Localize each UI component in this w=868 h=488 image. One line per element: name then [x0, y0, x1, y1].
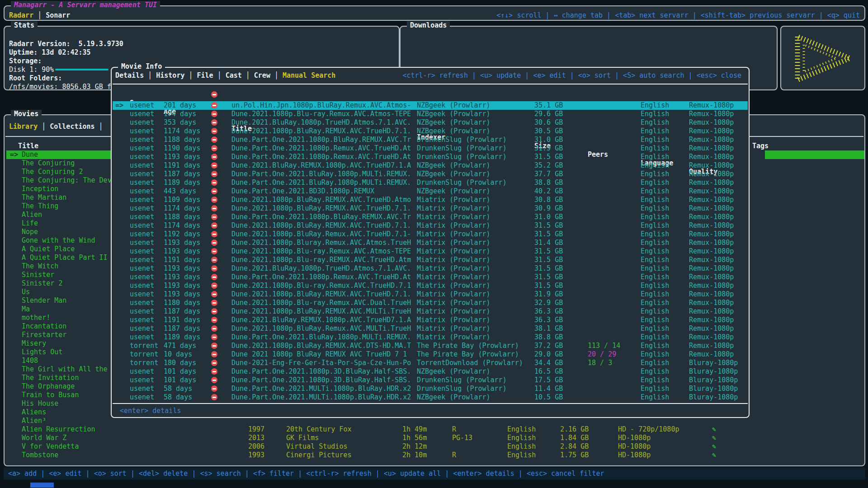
movie-list-item[interactable]: Slender Man — [6, 296, 112, 305]
tab-sonarr[interactable]: Sonarr — [46, 11, 70, 19]
result-size: 30.8 GB — [534, 196, 563, 204]
search-result-row[interactable]: usenet443 daysDune.Part.One.2021.BD3D.10… — [112, 187, 749, 196]
movie-table-row[interactable]: 1993Cinergi Pictures2h 10mREnglish1.75 G… — [5, 451, 864, 460]
tab-history[interactable]: History — [156, 71, 184, 80]
tab-crew[interactable]: Crew — [254, 71, 270, 80]
rejected-icon — [211, 351, 217, 357]
movie-list-item[interactable]: The Conjuring: The Dev — [6, 176, 112, 185]
search-result-row[interactable]: usenet1193 daysDune.2021.1080p.BluRay.RE… — [112, 290, 749, 299]
search-result-row[interactable]: torrent471 daysDune.2021.1080p.BluRay.RE… — [112, 342, 749, 350]
search-result-row[interactable]: usenet101 daysDune.Part.One.2021.1080p.3… — [112, 376, 749, 385]
movie-list-item[interactable]: Us — [6, 288, 112, 296]
tab-separator: │ — [144, 71, 156, 80]
search-result-row[interactable]: =>usenet201 daysun.Pol.Hin.Jpn.1080p.Blu… — [112, 101, 749, 110]
movie-list-item[interactable]: Alien — [6, 211, 112, 219]
movie-list-item[interactable]: mother! — [6, 314, 112, 322]
movie-list-item[interactable]: Train to Busan — [6, 391, 112, 399]
search-result-row[interactable]: usenet1191 daysDune.2021.BluRay.REMUX.10… — [112, 316, 749, 324]
rejected-icon — [211, 343, 217, 349]
movie-title: The Witch — [22, 262, 58, 271]
tab-details[interactable]: Details — [115, 71, 144, 80]
search-result-row[interactable]: usenet101 daysDune.Part.One.2021.1080p.3… — [112, 367, 749, 376]
movie-list-item[interactable]: The Thing — [6, 202, 112, 211]
search-result-row[interactable]: usenet1188 daysDune.Part.One.2021.1080p.… — [112, 213, 749, 221]
tab-cast[interactable]: Cast — [226, 71, 242, 80]
search-result-row[interactable]: usenet1188 daysDune.Part.One.2021.1080p.… — [112, 136, 749, 144]
search-result-row[interactable]: usenet1193 daysDune.2021.BluRay.1080p.Tr… — [112, 264, 749, 273]
movie-info-modal: Movie Info Details│History│File│Cast│Cre… — [111, 67, 750, 418]
movie-table-row[interactable]: 2013GK Films1h 56mPG-13English1.84 GBHD-… — [5, 434, 864, 442]
result-language: English — [641, 187, 669, 196]
tab-file[interactable]: File — [197, 71, 213, 80]
result-age: 1174 days — [164, 204, 200, 213]
result-quality: Bluray-1080p — [689, 385, 738, 393]
tab-manual-search[interactable]: Manual Search — [283, 71, 335, 80]
search-result-row[interactable]: usenet58 daysDune.Part.One.2021.MULTi.10… — [112, 385, 749, 393]
search-result-row[interactable]: usenet1174 daysDune.2021.1080p.BluRay.RE… — [112, 204, 749, 213]
movie-table-row[interactable]: 2006Virtual Studios2h 12mEnglish2.84 GBH… — [5, 442, 864, 451]
search-result-row[interactable]: usenet1187 daysDune.2021.1080p.BluRay.RE… — [112, 307, 749, 316]
movie-list-item[interactable]: 1408 — [6, 357, 112, 365]
movie-list-item[interactable]: Sinister 2 — [6, 279, 112, 288]
movie-table-row[interactable]: 199720th Century Fox1h 49mREnglish2.16 G… — [5, 425, 864, 434]
result-age: 1189 days — [164, 333, 200, 342]
movie-language: English — [507, 442, 536, 451]
movie-list-item[interactable]: The Martian — [6, 193, 112, 202]
search-result-row[interactable]: usenet1191 daysDune.2021.BluRay.REMUX.10… — [112, 161, 749, 170]
tab-collections[interactable]: Collections — [50, 122, 94, 131]
movie-list-item[interactable]: Aliens — [6, 408, 112, 417]
result-quality: Remux-1080p — [689, 127, 734, 136]
result-indexer: NZBgeek (Prowlarr) — [417, 118, 491, 127]
movie-list-item[interactable]: Sinister — [6, 271, 112, 279]
movie-list-item[interactable]: =>Dune — [6, 150, 112, 159]
search-result-row[interactable]: usenet174 daysDune.2021.1080p.Blu-ray.Re… — [112, 110, 749, 118]
movie-list-item[interactable]: The Conjuring 2 — [6, 168, 112, 176]
movie-list-item[interactable]: The Conjuring — [6, 159, 112, 168]
result-age: 1109 days — [164, 196, 200, 204]
movie-list-item[interactable]: A Quiet Place Part II — [6, 253, 112, 262]
result-title: Dune.Part.One.2021.1080p.3D.BluRay.Half-… — [231, 376, 411, 385]
search-result-row[interactable]: usenet1190 daysDune.Part.One.2021.1080p.… — [112, 144, 749, 153]
movie-list-item[interactable]: The Orphanage — [6, 382, 112, 391]
search-result-row[interactable]: usenet1193 daysDune.2021.1080p.Blu-ray.R… — [112, 282, 749, 290]
search-result-row[interactable]: usenet1174 daysDune.2021.1080p.BluRay.RE… — [112, 127, 749, 136]
movie-list-item[interactable]: Ma — [6, 305, 112, 314]
movie-list-item[interactable]: Inception — [6, 185, 112, 193]
search-result-row[interactable]: torrent180 daysDune-2021-Eng-Fre-Ger-Ita… — [112, 359, 749, 367]
search-result-row[interactable]: usenet1192 daysDune.2021.1080p.BluRay.Re… — [112, 230, 749, 239]
movie-info-title: Movie Info — [118, 62, 165, 71]
movie-list-item[interactable]: Alien³ — [6, 417, 112, 425]
result-language: English — [641, 153, 669, 161]
movie-list-item[interactable]: Lights Out — [6, 348, 112, 357]
search-result-row[interactable]: torrent10 daysDune 2021 1080p BluRay REM… — [112, 350, 749, 359]
search-result-row[interactable]: usenet58 daysDune.Part.One.2021.MULTi.10… — [112, 393, 749, 402]
movie-list-item[interactable]: Gone with the Wind — [6, 236, 112, 245]
search-result-row[interactable]: usenet1174 daysDune.2021.1080p.BluRay.RE… — [112, 221, 749, 230]
search-result-row[interactable]: usenet1187 daysDune.2021.1080p.BluRay.Re… — [112, 324, 749, 333]
movie-list-item[interactable]: The Girl with All the — [6, 365, 112, 374]
movie-list-item[interactable]: Incantation — [6, 322, 112, 331]
search-result-row[interactable]: usenet1187 daysDune.Part.One.2021.BluRay… — [112, 170, 749, 178]
search-result-row[interactable]: usenet1193 daysDune.2021.1080p.Blu-ray.R… — [112, 247, 749, 256]
search-result-row[interactable]: usenet1191 daysDune.2021.1080p.Blu-ray.R… — [112, 256, 749, 264]
movie-list-item[interactable]: Misery — [6, 339, 112, 348]
tab-library[interactable]: Library — [9, 122, 38, 131]
movie-list-item[interactable]: Life — [6, 219, 112, 228]
search-result-row[interactable]: usenet1193 daysDune.Part.One.2021.1080p.… — [112, 153, 749, 161]
search-result-row[interactable]: usenet1180 daysDune.2021.1080p.Blu-ray.R… — [112, 299, 749, 307]
result-age: 1193 days — [164, 273, 200, 282]
search-result-row[interactable]: usenet1193 daysDune.2021.1080p.Bluray.Re… — [112, 239, 749, 247]
search-result-row[interactable]: usenet1109 daysDune.2021.1080p.BluRay.RE… — [112, 196, 749, 204]
movie-list-item[interactable]: Firestarter — [6, 331, 112, 339]
movie-list-item[interactable]: The Witch — [6, 262, 112, 271]
movie-list-item[interactable]: His House — [6, 399, 112, 408]
result-peers: 20 / 29 — [588, 350, 616, 359]
search-result-row[interactable]: usenet1189 daysDune.Part.One.2021.BluRay… — [112, 178, 749, 187]
movie-list-item[interactable]: The Invitation — [6, 374, 112, 382]
tab-radarr[interactable]: Radarr — [9, 11, 33, 19]
movie-list-item[interactable]: A Quiet Place — [6, 245, 112, 253]
search-result-row[interactable]: usenet1193 daysDune.Part.One.2021.1080p.… — [112, 273, 749, 282]
search-result-row[interactable]: usenet1189 daysDune.Part.One.2021.BluRay… — [112, 333, 749, 342]
search-result-row[interactable]: usenet353 daysDune.2021.BluRay.1080p.Tru… — [112, 118, 749, 127]
movie-list-item[interactable]: Nope — [6, 228, 112, 236]
